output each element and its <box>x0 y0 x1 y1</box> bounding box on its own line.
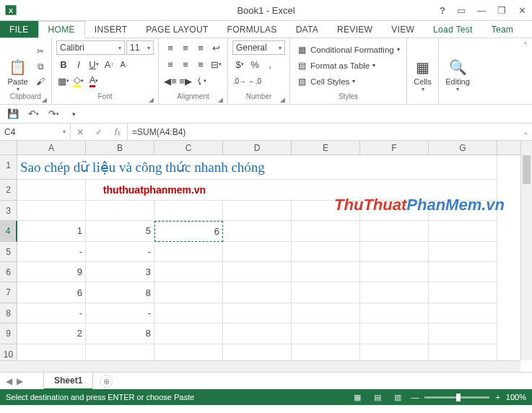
tab-home[interactable]: HOME <box>38 21 85 38</box>
tab-view[interactable]: VIEW <box>382 21 424 38</box>
font-size-combo[interactable]: 11▾ <box>126 40 154 55</box>
bold-button[interactable]: B <box>56 57 71 71</box>
collapse-ribbon-button[interactable]: ˄ <box>519 38 532 104</box>
minimize-button[interactable]: — <box>471 2 492 18</box>
align-center-button[interactable]: ≡ <box>178 57 193 71</box>
undo-button[interactable]: ↶▾ <box>26 107 40 121</box>
row-9[interactable]: 9 <box>0 323 17 344</box>
close-button[interactable]: ✕ <box>512 2 532 18</box>
cell-B4[interactable]: 5 <box>86 221 154 241</box>
align-left-button[interactable]: ≡ <box>163 57 178 71</box>
normal-view-button[interactable]: ▦ <box>350 391 365 403</box>
cells-area[interactable]: Sao chép dữ liệu và công thức nhanh chón… <box>17 155 520 360</box>
redo-button[interactable]: ↷▾ <box>46 107 61 121</box>
fill-color-button[interactable]: ◇▾ <box>71 74 86 88</box>
paste-button[interactable]: 📋 Paste ▾ <box>4 40 31 92</box>
number-launcher[interactable]: ◢ <box>280 96 285 103</box>
tab-data[interactable]: DATA <box>287 21 328 38</box>
cell-B9[interactable]: 8 <box>86 323 154 344</box>
decrease-decimal-button[interactable]: ←.0 <box>248 74 262 88</box>
percent-button[interactable]: % <box>248 57 262 71</box>
font-launcher[interactable]: ◢ <box>149 96 154 103</box>
row-2[interactable]: 2 <box>0 180 17 200</box>
tab-page-layout[interactable]: PAGE LAYOUT <box>136 21 217 38</box>
cell-B2[interactable]: thuthuatphanmem.vn <box>86 180 223 200</box>
cell-B8[interactable]: - <box>86 303 154 323</box>
cell-A6[interactable]: 9 <box>17 262 86 282</box>
cell-B7[interactable]: 8 <box>86 282 154 303</box>
col-C[interactable]: C <box>154 141 223 155</box>
tab-insert[interactable]: INSERT <box>85 21 137 38</box>
row-5[interactable]: 5 <box>0 242 17 262</box>
conditional-formatting-button[interactable]: ▦Conditional Formatting ▾ <box>295 42 401 57</box>
shrink-font-button[interactable]: A↓ <box>117 57 131 71</box>
row-4[interactable]: 4 <box>0 221 17 241</box>
row-3[interactable]: 3 <box>0 201 17 221</box>
formula-input[interactable]: =SUM(A4:B4) <box>128 123 519 140</box>
tab-review[interactable]: REVIEW <box>328 21 382 38</box>
cell-C4[interactable]: 6 <box>154 221 223 241</box>
ribbon-display-options-button[interactable]: ▭ <box>451 2 471 18</box>
zoom-level[interactable]: 100% <box>506 393 526 401</box>
cancel-formula-button[interactable]: ✕ <box>71 127 90 137</box>
zoom-slider[interactable] <box>424 396 489 399</box>
cells-button[interactable]: ▦Cells▾ <box>411 40 434 92</box>
sheet-nav-buttons[interactable]: ◀▶ <box>0 376 43 386</box>
tab-formulas[interactable]: FORMULAS <box>218 21 287 38</box>
page-layout-view-button[interactable]: ▤ <box>370 391 385 403</box>
border-button[interactable]: ▦▾ <box>56 74 71 88</box>
tab-file[interactable]: FILE <box>0 21 38 38</box>
insert-function-button[interactable]: f𝑥 <box>108 127 127 137</box>
qat-customize-button[interactable]: ▾ <box>66 107 81 121</box>
expand-formula-bar-button[interactable]: ⌄ <box>519 123 532 140</box>
align-middle-button[interactable]: ≡ <box>178 40 193 55</box>
comma-button[interactable]: , <box>263 57 277 71</box>
editing-button[interactable]: 🔍Editing▾ <box>443 40 472 92</box>
italic-button[interactable]: I <box>71 57 86 71</box>
tab-team[interactable]: Team <box>482 21 523 38</box>
row-7[interactable]: 7 <box>0 282 17 303</box>
col-E[interactable]: E <box>292 141 360 155</box>
cell-styles-button[interactable]: ▧Cell Styles ▾ <box>295 74 401 89</box>
clipboard-launcher[interactable]: ◢ <box>42 96 47 103</box>
align-top-button[interactable]: ≡ <box>163 40 178 55</box>
font-name-combo[interactable]: Calibri▾ <box>56 40 125 55</box>
cell-B6[interactable]: 3 <box>86 262 154 282</box>
cut-button[interactable]: ✂ <box>34 45 47 58</box>
page-break-view-button[interactable]: ▥ <box>391 391 405 403</box>
save-button[interactable]: 💾 <box>6 107 20 121</box>
row-8[interactable]: 8 <box>0 303 17 323</box>
restore-button[interactable]: ❐ <box>492 2 512 18</box>
cell-A5[interactable]: - <box>17 242 86 262</box>
increase-indent-button[interactable]: ≡▶ <box>178 74 193 88</box>
tab-load-test[interactable]: Load Test <box>424 21 482 38</box>
alignment-launcher[interactable]: ◢ <box>218 96 223 103</box>
cell-A4[interactable]: 1 <box>17 221 86 241</box>
select-all-button[interactable] <box>0 141 17 155</box>
vertical-scrollbar[interactable] <box>520 141 532 360</box>
col-D[interactable]: D <box>223 141 292 155</box>
cell-A8[interactable]: - <box>17 303 86 323</box>
cell-A7[interactable]: 6 <box>17 282 86 303</box>
sheet-tab-sheet1[interactable]: Sheet1 <box>43 373 93 390</box>
row-1[interactable]: 1 <box>0 155 17 180</box>
align-right-button[interactable]: ≡ <box>193 57 208 71</box>
cell-A9[interactable]: 2 <box>17 323 86 344</box>
new-sheet-button[interactable]: ⊕ <box>100 375 113 388</box>
copy-button[interactable]: ⧉ <box>34 60 47 73</box>
col-B[interactable]: B <box>86 141 154 155</box>
zoom-out-button[interactable]: — <box>411 393 419 401</box>
format-painter-button[interactable]: 🖌 <box>34 75 47 88</box>
align-bottom-button[interactable]: ≡ <box>193 40 208 55</box>
col-F[interactable]: F <box>360 141 429 155</box>
wrap-text-button[interactable]: ↩ <box>209 40 223 55</box>
increase-decimal-button[interactable]: .0→ <box>232 74 247 88</box>
accounting-button[interactable]: $▾ <box>232 57 247 71</box>
format-as-table-button[interactable]: ▤Format as Table ▾ <box>295 58 401 73</box>
name-box[interactable]: C4▾ <box>0 123 71 140</box>
row-6[interactable]: 6 <box>0 262 17 282</box>
enter-formula-button[interactable]: ✓ <box>90 127 108 137</box>
underline-button[interactable]: U▾ <box>87 57 101 71</box>
orientation-button[interactable]: ⤹▾ <box>193 74 208 88</box>
merge-button[interactable]: ⊟▾ <box>209 57 223 71</box>
